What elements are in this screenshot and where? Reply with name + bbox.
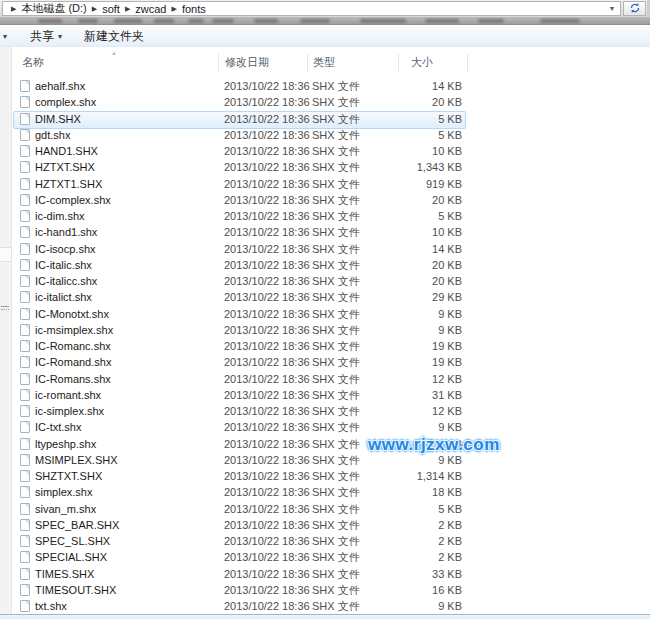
breadcrumb-arrow-icon[interactable]: ▶ [120, 5, 135, 13]
refresh-button[interactable] [623, 1, 646, 16]
file-row[interactable]: HZTXT.SHX 2013/10/22 18:36 SHX 文件 1,343 … [0, 159, 650, 175]
file-name: sivan_m.shx [35, 501, 96, 517]
file-row[interactable]: ic-italict.shx 2013/10/22 18:36 SHX 文件 2… [0, 289, 650, 305]
file-date: 2013/10/22 18:36 [224, 468, 310, 484]
refresh-icon [629, 2, 641, 16]
file-type: SHX 文件 [312, 468, 360, 484]
toolbar-cut-dropdown-icon[interactable]: ▾ [3, 32, 7, 41]
file-row[interactable]: IC-txt.shx 2013/10/22 18:36 SHX 文件 9 KB [0, 419, 650, 435]
file-name: SPEC_SL.SHX [35, 533, 110, 549]
new-folder-button-label: 新建文件夹 [84, 26, 144, 47]
column-header-name[interactable]: 名称 [22, 53, 44, 72]
file-row[interactable]: IC-italic.shx 2013/10/22 18:36 SHX 文件 20… [0, 257, 650, 273]
column-header-type[interactable]: 类型 [313, 53, 335, 72]
column-divider[interactable] [398, 54, 399, 71]
column-divider[interactable] [218, 54, 219, 71]
file-date: 2013/10/22 18:36 [224, 354, 310, 370]
file-row[interactable]: aehalf.shx 2013/10/22 18:36 SHX 文件 14 KB [0, 78, 650, 94]
file-row[interactable]: TIMES.SHX 2013/10/22 18:36 SHX 文件 33 KB [0, 566, 650, 582]
file-row[interactable]: HZTXT1.SHX 2013/10/22 18:36 SHX 文件 919 K… [0, 176, 650, 192]
file-row[interactable]: IC-complex.shx 2013/10/22 18:36 SHX 文件 2… [0, 192, 650, 208]
column-header-date[interactable]: 修改日期 [225, 53, 269, 72]
file-icon [20, 568, 30, 580]
file-row[interactable]: gdt.shx 2013/10/22 18:36 SHX 文件 5 KB [0, 127, 650, 143]
column-header-size[interactable]: 大小 [411, 53, 433, 72]
file-list: aehalf.shx 2013/10/22 18:36 SHX 文件 14 KB… [0, 78, 650, 614]
file-row[interactable]: ic-msimplex.shx 2013/10/22 18:36 SHX 文件 … [0, 322, 650, 338]
file-icon [20, 178, 30, 190]
file-type: SHX 文件 [312, 289, 360, 305]
file-row[interactable]: MSIMPLEX.SHX 2013/10/22 18:36 SHX 文件 9 K… [0, 452, 650, 468]
file-row[interactable]: ic-romant.shx 2013/10/22 18:36 SHX 文件 31… [0, 387, 650, 403]
file-row[interactable]: simplex.shx 2013/10/22 18:36 SHX 文件 18 K… [0, 484, 650, 500]
file-name: txt.shx [35, 598, 67, 614]
file-type: SHX 文件 [312, 111, 360, 127]
file-date: 2013/10/22 18:36 [224, 582, 310, 598]
breadcrumb-arrow-icon[interactable]: ▶ [166, 5, 181, 13]
file-size: 2 KB [358, 549, 462, 565]
file-size: 14 KB [358, 78, 462, 94]
file-row[interactable]: IC-Monotxt.shx 2013/10/22 18:36 SHX 文件 9… [0, 306, 650, 322]
file-size: 20 KB [358, 257, 462, 273]
file-row[interactable]: IC-isocp.shx 2013/10/22 18:36 SHX 文件 14 … [0, 241, 650, 257]
column-divider[interactable] [467, 54, 468, 71]
file-row[interactable]: SPEC_SL.SHX 2013/10/22 18:36 SHX 文件 2 KB [0, 533, 650, 549]
breadcrumb-item[interactable]: fonts [182, 3, 206, 15]
file-name: ltypeshp.shx [35, 436, 96, 452]
file-type: SHX 文件 [312, 582, 360, 598]
file-type: SHX 文件 [312, 549, 360, 565]
address-dropdown-icon[interactable]: ▾ [604, 4, 620, 13]
file-row[interactable]: sivan_m.shx 2013/10/22 18:36 SHX 文件 5 KB [0, 501, 650, 517]
file-type: SHX 文件 [312, 159, 360, 175]
file-row[interactable]: TIMESOUT.SHX 2013/10/22 18:36 SHX 文件 16 … [0, 582, 650, 598]
file-type: SHX 文件 [312, 257, 360, 273]
file-date: 2013/10/22 18:36 [224, 566, 310, 582]
file-date: 2013/10/22 18:36 [224, 111, 310, 127]
file-size: 20 KB [358, 273, 462, 289]
file-row[interactable]: ltypeshp.shx 2013/10/22 18:36 SHX 文件 9 K… [0, 436, 650, 452]
breadcrumb-arrow-icon[interactable]: ▶ [6, 5, 21, 13]
breadcrumb-item[interactable]: 本地磁盘 (D:) [21, 1, 86, 16]
file-row[interactable]: SPECIAL.SHX 2013/10/22 18:36 SHX 文件 2 KB [0, 549, 650, 565]
share-button-label: 共享 [30, 26, 54, 47]
file-row[interactable]: complex.shx 2013/10/22 18:36 SHX 文件 20 K… [0, 94, 650, 110]
file-row[interactable]: IC-Romand.shx 2013/10/22 18:36 SHX 文件 19… [0, 354, 650, 370]
file-name: aehalf.shx [35, 78, 85, 94]
breadcrumb-item[interactable]: zwcad [135, 3, 166, 15]
file-name: HAND1.SHX [35, 143, 98, 159]
share-button[interactable]: 共享 ▾ [30, 26, 62, 47]
file-row[interactable]: txt.shx 2013/10/22 18:36 SHX 文件 9 KB [0, 598, 650, 614]
file-row[interactable]: DIM.SHX 2013/10/22 18:36 SHX 文件 5 KB [0, 111, 650, 127]
file-row[interactable]: SPEC_BAR.SHX 2013/10/22 18:36 SHX 文件 2 K… [0, 517, 650, 533]
file-icon [20, 584, 30, 596]
file-row[interactable]: SHZTXT.SHX 2013/10/22 18:36 SHX 文件 1,314… [0, 468, 650, 484]
file-row[interactable]: ic-simplex.shx 2013/10/22 18:36 SHX 文件 1… [0, 403, 650, 419]
column-divider[interactable] [307, 54, 308, 71]
file-name: IC-Monotxt.shx [35, 306, 109, 322]
file-size: 5 KB [358, 111, 462, 127]
file-row[interactable]: HAND1.SHX 2013/10/22 18:36 SHX 文件 10 KB [0, 143, 650, 159]
file-icon [20, 600, 30, 612]
breadcrumb-arrow-icon[interactable]: ▶ [87, 5, 102, 13]
breadcrumb-item[interactable]: soft [102, 3, 120, 15]
file-type: SHX 文件 [312, 566, 360, 582]
file-icon [20, 340, 30, 352]
new-folder-button[interactable]: 新建文件夹 [84, 26, 144, 47]
file-row[interactable]: ic-dim.shx 2013/10/22 18:36 SHX 文件 5 KB [0, 208, 650, 224]
file-size: 18 KB [358, 484, 462, 500]
file-type: SHX 文件 [312, 371, 360, 387]
file-icon [20, 405, 30, 417]
file-size: 9 KB [358, 322, 462, 338]
file-name: ic-simplex.shx [35, 403, 104, 419]
file-date: 2013/10/22 18:36 [224, 176, 310, 192]
file-row[interactable]: IC-italicc.shx 2013/10/22 18:36 SHX 文件 2… [0, 273, 650, 289]
file-name: gdt.shx [35, 127, 70, 143]
file-row[interactable]: IC-Romans.shx 2013/10/22 18:36 SHX 文件 12… [0, 371, 650, 387]
file-row[interactable]: ic-hand1.shx 2013/10/22 18:36 SHX 文件 10 … [0, 224, 650, 240]
file-type: SHX 文件 [312, 403, 360, 419]
file-row[interactable]: IC-Romanc.shx 2013/10/22 18:36 SHX 文件 19… [0, 338, 650, 354]
file-date: 2013/10/22 18:36 [224, 289, 310, 305]
file-size: 14 KB [358, 241, 462, 257]
breadcrumb[interactable]: ▶本地磁盘 (D:)▶soft▶zwcad▶fonts▾ [2, 1, 621, 16]
file-name: ic-hand1.shx [35, 224, 97, 240]
